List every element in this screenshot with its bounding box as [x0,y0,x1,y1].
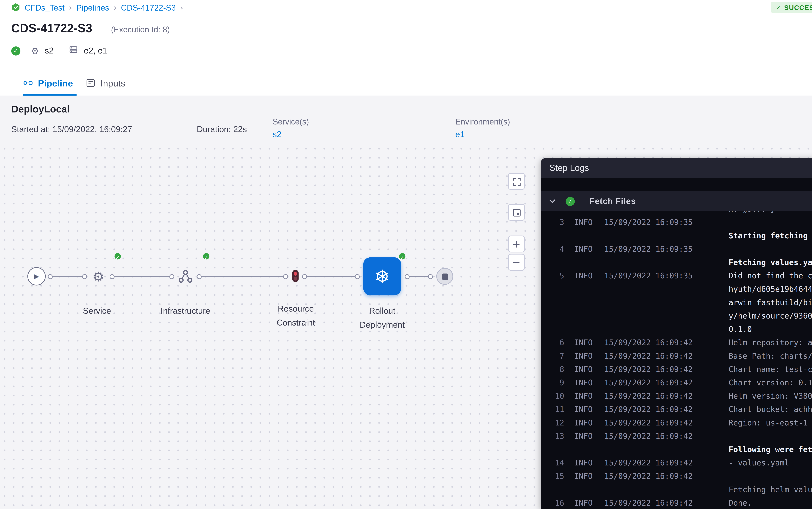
log-line-number: 7 [549,349,564,363]
step-logs-header: Step Logs Console View [541,158,812,178]
log-timestamp: 15/09/2022 16:09:42 [604,470,697,483]
fullscreen-icon [512,177,521,186]
log-entry: 5INFO15/09/2022 16:09:35Did not find the… [541,269,812,336]
log-line-number: 13 [549,430,564,443]
log-timestamp: 15/09/2022 16:09:42 [604,403,697,416]
services-label: Service(s) [273,117,309,126]
tab-pipeline[interactable]: Pipeline [23,70,73,96]
breadcrumb-pipeline-name[interactable]: CDS-41722-S3 [121,3,176,11]
active-tab-indicator [23,94,77,96]
rollout-success-icon: ✓ [398,252,407,261]
environments-value[interactable]: e1 [455,129,465,139]
success-check-icon: ✓ [11,46,20,55]
log-timestamp: 15/09/2022 16:09:42 [604,497,697,509]
log-timestamp: 15/09/2022 16:09:35 [604,216,697,229]
play-icon: ▶ [34,273,39,280]
execution-page: CFDs_Test › Pipelines › CDS-41722-S3 › ✓… [0,0,812,509]
tab-inputs[interactable]: Inputs [86,70,125,96]
log-timestamp: 15/09/2022 16:09:42 [604,349,697,363]
stage-duration: Duration: 22s [197,125,247,134]
log-message: Following were fetched successfully : [729,430,812,456]
inputs-icon [86,78,96,88]
log-entry: 15INFO15/09/2022 16:09:42 Fetching helm … [541,470,812,496]
zoom-in-button[interactable]: + [508,236,525,252]
log-timestamp: 15/09/2022 16:09:35 [604,269,697,283]
service-step-node[interactable]: ⚙ [90,268,107,285]
infrastructure-icon [178,269,193,284]
start-node[interactable]: ▶ [28,267,46,285]
zoom-out-button[interactable]: − [508,254,525,271]
log-entry: 3INFO15/09/2022 16:09:35 Starting fetchi… [541,216,812,242]
resource-constraint-node-label: Resource Constraint [268,302,324,330]
log-level: INFO [574,349,595,363]
log-lines: h: gs... }3INFO15/09/2022 16:09:35 Start… [541,203,812,509]
log-timestamp: 15/09/2022 16:09:42 [604,336,697,349]
log-timestamp: 15/09/2022 16:09:42 [604,416,697,430]
environment-icon [69,45,78,56]
log-level: INFO [574,403,595,416]
log-line-number: 14 [549,456,564,470]
service-tag: s2 [45,46,53,56]
stage-started-at: Started at: 15/09/2022, 16:09:27 [11,125,132,134]
log-line-number: 4 [549,243,564,256]
edge [405,274,433,279]
log-message: Region: us-east-1 [729,416,812,430]
gear-icon: ⚙ [31,46,39,55]
log-line-number: 6 [549,336,564,349]
top-bar: CFDs_Test › Pipelines › CDS-41722-S3 › ✓… [0,0,812,70]
log-message: Helm version: V380 [729,389,812,403]
environments-label: Environment(s) [455,117,510,126]
log-line-number: 3 [549,216,564,229]
chevron-down-icon[interactable] [548,197,557,205]
log-entry: 16INFO15/09/2022 16:09:42Done. [541,497,812,509]
log-message: Fetching helm values completed successfu… [729,470,812,496]
log-line-number: 8 [549,363,564,376]
log-level: INFO [574,416,595,430]
end-node[interactable] [436,268,453,285]
services-value[interactable]: s2 [273,129,282,139]
log-line-number: 10 [549,389,564,403]
helm-icon [374,269,390,284]
step-section-header[interactable]: ✓ Fetch Files ↑ ↓ 9s [541,191,812,211]
log-entry: 8INFO15/09/2022 16:09:42Chart name: test… [541,363,812,376]
log-level: INFO [574,336,595,349]
log-level: INFO [574,430,595,443]
status-text: SUCCESS [784,4,812,11]
breadcrumb-separator: › [113,2,117,12]
fullscreen-button[interactable] [508,173,525,190]
log-level: INFO [574,216,595,229]
rollout-deployment-node[interactable] [363,257,401,295]
stop-icon [442,273,448,279]
log-message: Starting fetching Helm values [729,216,812,242]
log-message: - values.yaml [729,456,812,470]
resource-constraint-node[interactable] [292,270,299,282]
edge [110,274,174,279]
log-message: Chart bucket: achhelmbucket [729,403,812,416]
log-line-number: 9 [549,376,564,389]
log-level: INFO [574,389,595,403]
log-entry: 12INFO15/09/2022 16:09:42Region: us-east… [541,416,812,430]
breadcrumb-pipelines[interactable]: Pipelines [76,3,109,11]
log-entry: 9INFO15/09/2022 16:09:42Chart version: 0… [541,376,812,389]
log-message: Done. [729,497,812,509]
log-line-number: 5 [549,269,564,283]
log-message: Base Path: charts/ [729,349,812,363]
log-message: Chart name: test-chart [729,363,812,376]
step-logs-panel: Step Logs Console View [541,158,812,509]
breadcrumb-project[interactable]: CFDs_Test [25,3,65,11]
infrastructure-success-icon: ✓ [202,252,211,261]
edge [302,274,360,279]
infrastructure-step-node[interactable] [178,269,193,284]
log-entry: 6INFO15/09/2022 16:09:42Helm repository:… [541,336,812,349]
success-check-icon: ✓ [776,4,781,11]
log-message: Fetching values.yaml from helm chart rep… [729,243,812,269]
log-level: INFO [574,376,595,389]
log-timestamp: 15/09/2022 16:09:42 [604,376,697,389]
traffic-light-icon [294,272,297,275]
log-line-number: 11 [549,403,564,416]
log-entry: 4INFO15/09/2022 16:09:35 Fetching values… [541,243,812,269]
stage-name: DeployLocal [11,103,70,114]
overview-map-button[interactable] [508,204,525,221]
breadcrumb: CFDs_Test › Pipelines › CDS-41722-S3 › [11,2,183,13]
log-timestamp: 15/09/2022 16:09:42 [604,430,697,443]
